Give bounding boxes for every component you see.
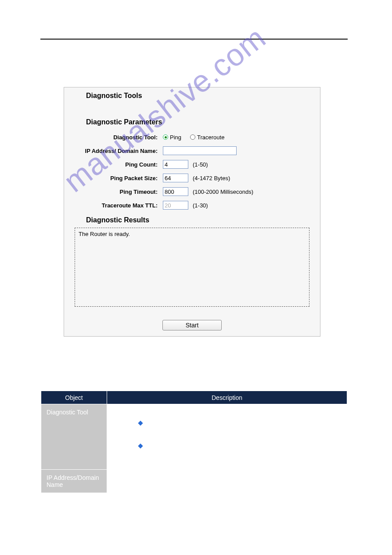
bullet-traceroute: Traceroute - This diagnostic tool tests …: [112, 442, 342, 459]
cell-desc-0: Check the radio button to select one dia…: [107, 404, 347, 470]
radio-traceroute[interactable]: Traceroute: [190, 134, 224, 141]
table-header-object: Object: [41, 391, 107, 404]
label-count: Ping Count:: [64, 161, 163, 168]
count-input[interactable]: [163, 160, 188, 169]
cell-object-1: IP Address/Domain Name: [41, 469, 107, 493]
bullet-ping-text: Ping - This diagnostic tool troubleshoot…: [148, 419, 342, 436]
radio-traceroute-label: Traceroute: [197, 134, 224, 141]
ttl-input: [163, 201, 188, 210]
bullet-icon: [138, 421, 143, 425]
ip-input[interactable]: [163, 146, 237, 155]
hint-packet: (4-1472 Bytes): [193, 175, 230, 181]
radio-ping-label: Ping: [170, 134, 181, 141]
description-line: The following table describes the labels…: [40, 367, 198, 375]
table-row: IP Address/Domain Name Enter the IP Addr…: [41, 469, 347, 493]
label-packet: Ping Packet Size:: [64, 175, 163, 181]
radio-icon: [163, 134, 168, 140]
results-text: The Router is ready.: [79, 231, 130, 237]
cell-object-0: Diagnostic Tool: [41, 404, 107, 470]
hint-count: (1-50): [193, 161, 208, 168]
diagnostic-panel: Diagnostic Tools Diagnostic Parameters D…: [64, 87, 320, 337]
packet-input[interactable]: [163, 174, 188, 182]
parameters-heading: Diagnostic Parameters: [86, 118, 320, 126]
timeout-input[interactable]: [163, 187, 188, 196]
cell-desc-1: Enter the IP Address or Domain Name of t…: [107, 469, 347, 493]
radio-icon: [190, 134, 195, 140]
results-heading: Diagnostic Results: [86, 216, 320, 224]
top-rule: [40, 39, 348, 40]
bullet-ping: Ping - This diagnostic tool troubleshoot…: [112, 419, 342, 436]
bullet-icon: [138, 443, 143, 448]
hint-ttl: (1-30): [193, 202, 208, 209]
radio-ping[interactable]: Ping: [163, 134, 181, 141]
label-tool: Diagnostic Tool:: [64, 134, 163, 141]
label-timeout: Ping Timeout:: [64, 189, 163, 195]
panel-title: Diagnostic Tools: [86, 92, 320, 100]
hint-timeout: (100-2000 Milliseconds): [193, 189, 253, 195]
row0-intro: Check the radio button to select one dia…: [112, 409, 342, 416]
figure-caption: Figure 4-116 Diagnostic Tools: [0, 345, 392, 352]
label-ttl: Traceroute Max TTL:: [64, 202, 163, 209]
label-ip: IP Address/ Domain Name:: [64, 148, 163, 154]
table-header-desc: Description: [107, 391, 347, 404]
start-button[interactable]: Start: [162, 320, 222, 330]
page-number: 130: [0, 534, 392, 542]
results-box: The Router is ready.: [75, 228, 309, 307]
bullet-traceroute-text: Traceroute - This diagnostic tool tests …: [148, 442, 342, 459]
description-table: Object Description Diagnostic Tool Check…: [40, 390, 348, 493]
table-row: Diagnostic Tool Check the radio button t…: [41, 404, 347, 470]
